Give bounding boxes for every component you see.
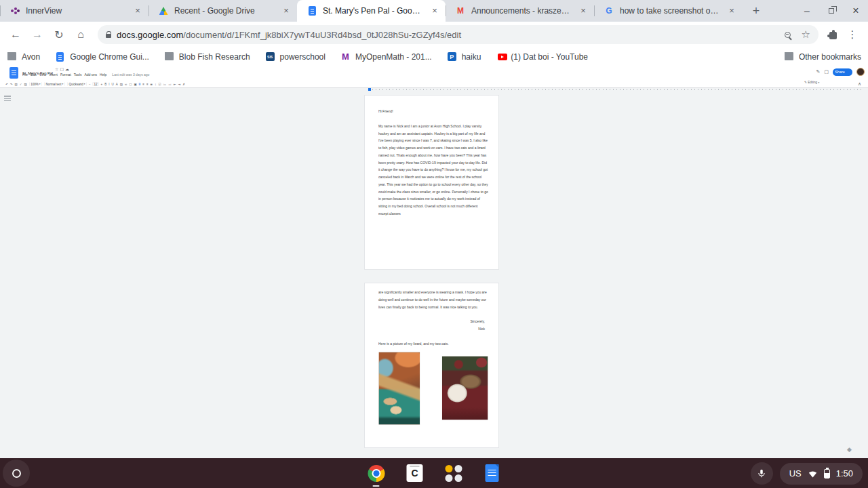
window-minimize-button[interactable]: –	[795, 0, 819, 22]
move-folder-icon[interactable]: ▢	[60, 66, 64, 73]
apps-grid-icon[interactable]	[445, 464, 462, 482]
align-center-icon[interactable]: ≡	[142, 83, 144, 86]
tab-favicon	[158, 5, 169, 16]
redo-icon[interactable]: ↷	[10, 83, 13, 86]
browser-tab[interactable]: Announcements - kraszewski ×	[446, 0, 594, 22]
lizard-photo[interactable]	[378, 352, 420, 425]
menu-item[interactable]: Edit	[31, 73, 37, 77]
microphone-button[interactable]	[751, 462, 773, 485]
italic-icon[interactable]: I	[108, 83, 109, 86]
underline-icon[interactable]: U	[111, 83, 113, 86]
tab-close-icon[interactable]: ×	[429, 5, 440, 16]
browser-tab[interactable]: St. Mary's Pen Pal - Google Doc ×	[297, 0, 446, 22]
menu-item[interactable]: Insert	[49, 73, 58, 77]
url-text[interactable]: docs.google.com/document/d/1FKmf_jk8biX7…	[117, 30, 779, 40]
forward-icon[interactable]: →	[28, 26, 46, 43]
avatar[interactable]	[856, 68, 865, 76]
undo-icon[interactable]: ↶	[5, 83, 8, 86]
browser-tab[interactable]: Recent - Google Drive ×	[149, 0, 297, 22]
browser-menu-icon[interactable]: ⋮	[844, 26, 861, 43]
status-tray[interactable]: US 1:50	[780, 463, 863, 485]
font-select[interactable]: Quicksand▾	[67, 83, 87, 86]
menu-item[interactable]: View	[39, 73, 47, 77]
collapse-toolbar-icon[interactable]: ∧	[858, 81, 861, 87]
add-comment-icon[interactable]: ▢	[129, 83, 132, 86]
menu-item[interactable]: Tools	[74, 73, 82, 77]
clear-format-icon[interactable]: ✗	[182, 83, 185, 86]
address-bar[interactable]: docs.google.com/document/d/1FKmf_jk8biX7…	[98, 25, 818, 44]
bookmark-favicon	[496, 52, 506, 62]
bookmark-item[interactable]: Avon	[7, 52, 40, 62]
other-bookmarks-button[interactable]: Other bookmarks	[784, 52, 861, 62]
menu-item[interactable]: Format	[60, 73, 71, 77]
bookmark-item[interactable]: haiku	[447, 52, 481, 62]
checklist-icon[interactable]: ☑	[159, 83, 161, 86]
back-icon[interactable]: ←	[7, 26, 24, 43]
font-size-increase-icon[interactable]: +	[101, 83, 103, 86]
new-tab-button[interactable]: +	[747, 1, 766, 20]
numbered-list-icon[interactable]: ≕	[168, 83, 172, 86]
document-outline-icon[interactable]	[4, 96, 11, 101]
tab-close-icon[interactable]: ×	[726, 5, 737, 16]
star-document-icon[interactable]: ☆	[55, 66, 58, 73]
cats-photo[interactable]	[442, 356, 488, 420]
insert-image-icon[interactable]: ▣	[134, 83, 136, 86]
bullet-list-icon[interactable]: ≔	[163, 83, 167, 86]
share-button[interactable]: Share	[833, 68, 852, 76]
line-spacing-icon[interactable]: ↕	[155, 83, 156, 86]
menu-item[interactable]: Help	[100, 73, 106, 77]
browser-tab[interactable]: InnerView ×	[0, 0, 149, 22]
explore-icon[interactable]: ◆	[847, 446, 852, 453]
menu-item[interactable]: File	[22, 73, 28, 77]
tab-close-icon[interactable]: ×	[578, 5, 589, 16]
align-right-icon[interactable]: ≡	[146, 83, 149, 86]
bookmark-item[interactable]: Google Chrome Gui...	[55, 52, 149, 62]
text-color-icon[interactable]: A	[116, 83, 118, 86]
extensions-icon[interactable]	[829, 32, 837, 39]
c-app-icon[interactable]: C	[406, 464, 424, 482]
bold-icon[interactable]: B	[104, 83, 106, 86]
spell-check-icon[interactable]: ✓	[20, 83, 22, 86]
video-call-icon[interactable]: ✎	[816, 69, 821, 75]
bookmark-label: Google Chrome Gui...	[70, 52, 149, 62]
bookmark-item[interactable]: (1) Dat boi - YouTube	[496, 52, 588, 62]
reload-icon[interactable]: ↻	[50, 26, 68, 43]
print-icon[interactable]: ▤	[15, 83, 18, 86]
document-page-1[interactable]: Hi Friend! My name is Nick and I am a ju…	[364, 95, 499, 270]
zoom-select[interactable]: 100%▾	[29, 83, 42, 86]
bookmark-star-icon[interactable]: ☆	[802, 28, 810, 41]
google-docs-app-icon[interactable]	[484, 464, 501, 482]
ruler-indent-marker[interactable]	[368, 88, 371, 91]
zoom-out-icon[interactable]	[785, 32, 791, 38]
editing-mode-select[interactable]: ✎ Editing ▾	[804, 81, 845, 84]
justify-icon[interactable]: ≣	[151, 83, 153, 86]
indent-decrease-icon[interactable]: ⇤	[174, 83, 176, 86]
bookmark-item[interactable]: MyOpenMath - 201...	[340, 52, 432, 62]
launcher-button[interactable]	[3, 460, 30, 487]
bookmark-favicon	[340, 52, 351, 62]
tab-close-icon[interactable]: ×	[281, 5, 292, 16]
docs-logo-icon[interactable]	[9, 67, 18, 79]
font-size-decrease-icon[interactable]: −	[89, 83, 91, 86]
window-close-button[interactable]: ×	[844, 0, 868, 22]
home-icon[interactable]: ⌂	[72, 26, 90, 43]
shelf-status-area: US 1:50	[751, 462, 863, 485]
window-restore-button[interactable]	[819, 0, 844, 22]
styles-select[interactable]: Normal text▾	[44, 83, 65, 86]
document-page-2[interactable]: are significantly smaller and everyone i…	[364, 283, 499, 448]
menu-item[interactable]: Add-ons	[84, 73, 97, 77]
tab-close-icon[interactable]: ×	[132, 5, 143, 16]
bookmark-item[interactable]: powerschool	[265, 52, 326, 62]
font-size-value[interactable]: 12	[93, 82, 99, 86]
bookmark-item[interactable]: Blob Fish Research	[164, 52, 250, 62]
paint-format-icon[interactable]: ▨	[24, 83, 27, 86]
align-left-icon[interactable]: ≡	[139, 83, 141, 86]
chrome-app-icon[interactable]	[368, 464, 385, 482]
comment-history-icon[interactable]: ▢	[824, 69, 829, 75]
browser-tab[interactable]: how to take screenshot on ch ×	[594, 0, 743, 22]
toolbar-left-icons: ↶↷▤✓▨	[5, 83, 27, 86]
last-edit-label[interactable]: Last edit was 3 days ago	[112, 73, 149, 77]
highlight-icon[interactable]: ▨	[120, 83, 123, 86]
insert-link-icon[interactable]: ∞	[125, 83, 127, 86]
indent-increase-icon[interactable]: ⇥	[178, 83, 180, 86]
